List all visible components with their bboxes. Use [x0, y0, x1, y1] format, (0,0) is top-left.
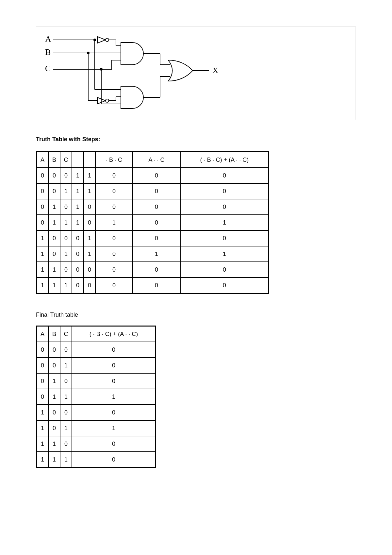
table-row: 0111 [37, 389, 156, 405]
table-cell: 0 [72, 436, 156, 452]
table-cell: 1 [48, 373, 60, 389]
table-cell: 0 [37, 389, 49, 405]
table-row: 0010 [37, 358, 156, 373]
table-cell: 1 [48, 262, 60, 278]
table-cell: 1 [48, 278, 60, 294]
col-A: A [37, 326, 49, 342]
table-cell: 1 [133, 246, 180, 262]
table-cell: 1 [84, 230, 95, 246]
table-cell: 1 [72, 389, 156, 405]
table-row: 10101011 [37, 246, 269, 262]
and-gate-bottom [121, 86, 143, 109]
table-cell: 0 [72, 230, 84, 246]
table-cell: 0 [84, 199, 95, 215]
table-cell: 1 [95, 215, 133, 230]
table-row: 1000 [37, 405, 156, 420]
table-cell: 0 [37, 342, 49, 358]
table-cell: 0 [60, 168, 72, 183]
table-cell: 0 [180, 183, 269, 199]
table-cell: 0 [95, 246, 133, 262]
table-cell: 0 [72, 358, 156, 373]
table-cell: 0 [95, 278, 133, 294]
table-cell: 1 [72, 199, 84, 215]
table-row: 11100000 [37, 278, 269, 294]
table-cell: 1 [60, 215, 72, 230]
table-cell: 0 [95, 230, 133, 246]
table-cell: 0 [84, 262, 95, 278]
table-row: 11000000 [37, 262, 269, 278]
col-term1: · B · C [95, 152, 133, 168]
table-cell: 0 [60, 405, 72, 420]
table-cell: 0 [48, 405, 60, 420]
truth-table-steps: A B C · B · C A · · C ( · B · C) + (A · … [36, 151, 269, 294]
table-cell: 1 [37, 278, 49, 294]
table-cell: 1 [84, 183, 95, 199]
table-cell: 1 [48, 389, 60, 405]
table-cell: 1 [60, 389, 72, 405]
table-cell: 1 [37, 246, 49, 262]
table-cell: 0 [37, 358, 49, 373]
table-cell: 0 [133, 215, 180, 230]
table-cell: 0 [48, 230, 60, 246]
table-cell: 0 [180, 262, 269, 278]
table-cell: 0 [60, 373, 72, 389]
table-cell: 1 [72, 183, 84, 199]
table-cell: 1 [37, 262, 49, 278]
not-gate-top [97, 37, 109, 43]
table-cell: 0 [72, 246, 84, 262]
section-title-final: Final Truth table [36, 311, 356, 318]
table-cell: 1 [37, 436, 49, 452]
truth-table-final: A B C ( · B · C) + (A · · C) 00000010010… [36, 326, 156, 468]
table-cell: 0 [72, 452, 156, 468]
table-row: 1100 [37, 436, 156, 452]
svg-marker-6 [97, 37, 106, 43]
table-cell: 0 [48, 420, 60, 436]
circuit-diagram: .wire{stroke:#000;stroke-width:2;fill:no… [36, 26, 356, 120]
table-cell: 0 [180, 230, 269, 246]
table-cell: 1 [180, 215, 269, 230]
table-cell: 0 [48, 358, 60, 373]
table-cell: 0 [60, 342, 72, 358]
col-term2: A · · C [133, 152, 180, 168]
logic-circuit-svg: .wire{stroke:#000;stroke-width:2;fill:no… [39, 29, 222, 114]
table-cell: 0 [60, 262, 72, 278]
table-cell: 1 [48, 199, 60, 215]
table-cell: 1 [37, 452, 49, 468]
table-cell: 1 [84, 168, 95, 183]
table-cell: 0 [72, 373, 156, 389]
table-cell: 0 [37, 183, 49, 199]
table-cell: 0 [95, 183, 133, 199]
table-cell: 1 [60, 358, 72, 373]
table-cell: 1 [60, 246, 72, 262]
table-cell: 0 [72, 405, 156, 420]
table-cell: 0 [37, 168, 49, 183]
table-cell: 1 [72, 168, 84, 183]
table-cell: 0 [60, 230, 72, 246]
table-cell: 0 [72, 278, 84, 294]
table-cell: 1 [48, 452, 60, 468]
table-cell: 1 [60, 452, 72, 468]
col-B: B [48, 326, 60, 342]
table-row: 0100 [37, 373, 156, 389]
table-cell: 0 [180, 168, 269, 183]
section-title-steps: Truth Table with Steps: [36, 136, 356, 143]
table-row: 1011 [37, 420, 156, 436]
col-sum: ( · B · C) + (A · · C) [180, 152, 269, 168]
input-label-A: A [45, 34, 51, 44]
table-cell: 0 [95, 262, 133, 278]
input-label-B: B [45, 47, 51, 57]
table-cell: 0 [133, 230, 180, 246]
table-cell: 1 [72, 215, 84, 230]
table-cell: 0 [60, 199, 72, 215]
table-cell: 1 [72, 420, 156, 436]
table-row: 0000 [37, 342, 156, 358]
table-cell: 0 [133, 183, 180, 199]
table-cell: 0 [133, 262, 180, 278]
table-cell: 0 [48, 168, 60, 183]
col-C: C [60, 326, 72, 342]
table-cell: 0 [133, 199, 180, 215]
table-cell: 0 [48, 342, 60, 358]
col-B: B [48, 152, 60, 168]
table-cell: 0 [60, 436, 72, 452]
col-A: A [37, 152, 49, 168]
